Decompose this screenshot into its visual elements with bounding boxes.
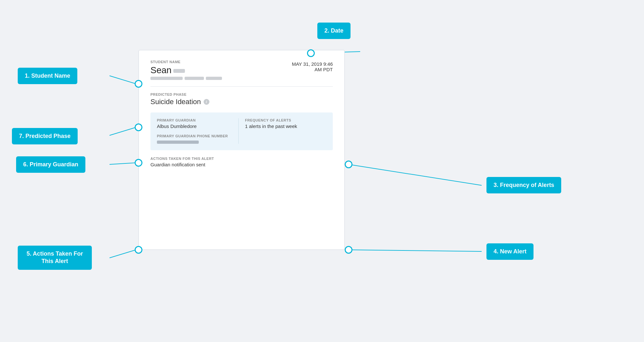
alert-card: STUDENT NAME Sean MAY 31, 2019 9:46 AM P… (139, 50, 345, 250)
student-name-field-label: STUDENT NAME (150, 60, 222, 64)
scene: STUDENT NAME Sean MAY 31, 2019 9:46 AM P… (0, 0, 644, 342)
svg-line-3 (110, 250, 136, 258)
actions-section: ACTIONS TAKEN FOR THIS ALERT Guardian no… (150, 157, 333, 167)
annotation-predicted-phase: 7. Predicted Phase (12, 128, 78, 144)
actions-value: Guardian notification sent (150, 162, 333, 167)
phone-label: PRIMARY GUARDIAN PHONE NUMBER (157, 134, 238, 138)
svg-line-5 (349, 164, 482, 185)
student-name-value: Sean (150, 65, 222, 75)
phone-section: PRIMARY GUARDIAN PHONE NUMBER (157, 134, 238, 144)
guardian-col: PRIMARY GUARDIAN Albus Dumbledore PRIMAR… (157, 118, 238, 144)
predicted-phase-section: PREDICTED PHASE Suicide Ideation i (150, 93, 333, 106)
connector-frequency (345, 161, 352, 168)
frequency-label: FREQUENCY OF ALERTS (245, 118, 327, 122)
svg-line-0 (110, 76, 136, 84)
annotation-date: 2. Date (317, 23, 351, 39)
predicted-phase-label: PREDICTED PHASE (150, 93, 333, 96)
annotation-new-alert: 4. New Alert (486, 243, 533, 260)
info-icon[interactable]: i (204, 99, 209, 105)
student-blurred-bars (150, 77, 222, 81)
guardian-value: Albus Dumbledore (157, 123, 238, 129)
phone-blurred (157, 141, 199, 144)
student-name-blurred (173, 69, 185, 73)
annotation-student-name: 1. Student Name (18, 68, 77, 84)
divider-1 (150, 86, 333, 87)
svg-line-1 (110, 127, 136, 135)
predicted-phase-value: Suicide Ideation i (150, 98, 333, 106)
connector-primary-guardian (135, 159, 142, 167)
blurred-bar-3 (206, 77, 222, 80)
blurred-bar-1 (150, 77, 183, 80)
frequency-col: FREQUENCY OF ALERTS 1 alerts in the past… (238, 118, 327, 144)
date-tz: AM PDT (292, 67, 333, 72)
blurred-bar-2 (185, 77, 204, 80)
annotation-actions-taken: 5. Actions Taken For This Alert (18, 246, 92, 270)
annotation-primary-guardian: 6. Primary Guardian (16, 156, 85, 173)
frequency-value: 1 alerts in the past week (245, 123, 327, 129)
info-box: PRIMARY GUARDIAN Albus Dumbledore PRIMAR… (150, 112, 333, 150)
date-section: MAY 31, 2019 9:46 AM PDT (292, 61, 333, 72)
connector-predicted-phase (135, 123, 142, 131)
connector-date (307, 49, 315, 57)
connector-student-name (135, 80, 142, 88)
date-value: MAY 31, 2019 9:46 (292, 61, 333, 67)
actions-label: ACTIONS TAKEN FOR THIS ALERT (150, 157, 333, 161)
svg-line-6 (349, 250, 482, 251)
connector-actions-taken (135, 246, 142, 254)
svg-line-2 (110, 163, 136, 164)
annotation-frequency: 3. Frequency of Alerts (486, 177, 561, 193)
connector-new-alert (345, 246, 352, 254)
student-name-section: STUDENT NAME Sean (150, 60, 222, 81)
guardian-label: PRIMARY GUARDIAN (157, 118, 238, 122)
